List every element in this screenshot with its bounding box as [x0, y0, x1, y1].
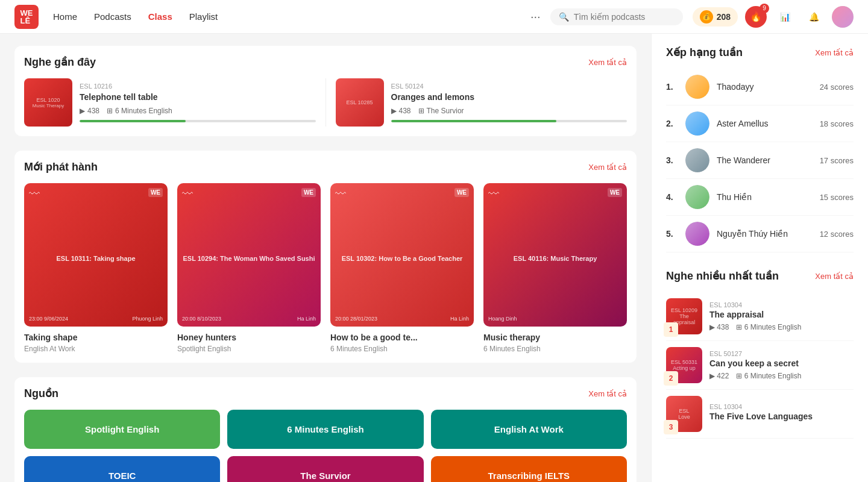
recent-items: ESL 1020 Music Therapy ESL 10216 Telepho…	[24, 78, 627, 127]
rank-item-5[interactable]: 5. Nguyễn Thúy Hiền 12 scores	[666, 216, 854, 252]
recent-info-1: ESL 10216 Telephone tell table ▶ 438 ⊞ 6…	[80, 83, 316, 122]
most-meta-2: ▶ 422 ⊞ 6 Minutes English	[709, 372, 854, 380]
most-listened-see-all[interactable]: Xem tất cả	[815, 272, 854, 281]
most-name-3: The Five Love Languages	[709, 412, 854, 421]
progress-bar-2	[391, 120, 627, 122]
nguon-section: Nguồn Xem tất cả Spotlight English 6 Min…	[14, 377, 637, 482]
coin-count: 208	[717, 12, 731, 22]
wave-icon-2: 〰	[182, 188, 193, 201]
recent-plays-2: ▶ 438	[391, 107, 411, 115]
most-label-3: ESL 10304	[709, 403, 854, 410]
nguon-card-spotlight[interactable]: Spotlight English	[24, 410, 220, 449]
most-num-3: 3	[664, 420, 678, 434]
recent-info-2: ESL 50124 Oranges and lemons ▶ 438 ⊞ The…	[391, 83, 627, 122]
card-date-2: 20:00 8/10/2023	[182, 316, 221, 322]
fire-badge: 9	[760, 4, 769, 13]
nguon-label-ielts: Transcribing IELTS	[488, 471, 570, 481]
recent-source-2: ⊞ The Survior	[418, 107, 464, 115]
fire-button[interactable]: 🔥 9	[745, 6, 767, 28]
card-author-3: Ha Linh	[450, 316, 469, 322]
most-item-2[interactable]: ESL 50331Acting up 2 ESL 50127 Can you k…	[666, 341, 854, 390]
rank-item-1[interactable]: 1. Thaodayy 24 scores	[666, 69, 854, 105]
nguon-label-english-at-work: English At Work	[494, 424, 564, 434]
search-input[interactable]	[574, 12, 675, 22]
new-card-3[interactable]: 〰 WE ESL 10302: How to Be a Good Teacher…	[330, 183, 474, 353]
rank-name-5: Nguyễn Thúy Hiền	[717, 229, 813, 239]
most-info-3: ESL 10304 The Five Love Languages	[709, 403, 854, 425]
nguon-card-ielts[interactable]: Transcribing IELTS	[431, 456, 627, 482]
card-bottom-3: 20:00 28/01/2023 Ha Linh	[335, 316, 469, 322]
new-card-2[interactable]: 〰 WE ESL 10294: The Woman Who Saved Sush…	[177, 183, 321, 353]
card-title-2: Honey hunters	[177, 333, 321, 342]
recent-header: Nghe gần đây Xem tất cả	[24, 55, 627, 69]
new-card-4[interactable]: 〰 WE ESL 40116: Music Therapy Hoang Dinh…	[483, 183, 627, 353]
nav-links: Home Podcasts Class Playlist	[53, 11, 218, 22]
recent-label-1: ESL 10216	[80, 83, 316, 90]
rank-list: 1. Thaodayy 24 scores 2. Aster Amellus 1…	[666, 69, 854, 252]
rank-name-4: Thu Hiền	[717, 192, 813, 202]
search-bar: 🔍	[550, 8, 683, 25]
divider	[326, 78, 326, 127]
recent-name-2: Oranges and lemons	[391, 92, 627, 102]
new-releases-see-all[interactable]: Xem tất cả	[588, 163, 627, 172]
most-name-2: Can you keep a secret	[709, 358, 854, 368]
nav-home[interactable]: Home	[53, 11, 77, 22]
most-source-2: ⊞ 6 Minutes English	[736, 372, 801, 380]
nguon-see-all[interactable]: Xem tất cả	[588, 389, 627, 398]
nguon-grid: Spotlight English 6 Minutes English Engl…	[24, 410, 627, 482]
rank-score-2: 18 scores	[820, 119, 854, 128]
progress-bar-1	[80, 120, 316, 122]
recent-see-all[interactable]: Xem tất cả	[588, 58, 627, 67]
recent-item-2[interactable]: ESL 10285 ESL 50124 Oranges and lemons ▶…	[336, 78, 627, 127]
nav-podcasts[interactable]: Podcasts	[94, 11, 131, 22]
nguon-label-survior: The Survior	[300, 471, 350, 481]
nav-playlist[interactable]: Playlist	[189, 11, 218, 22]
most-item-3[interactable]: ESLLove 3 ESL 10304 The Five Love Langua…	[666, 390, 854, 439]
nguon-title: Nguồn	[24, 387, 58, 400]
rank-item-3[interactable]: 3. The Wanderer 17 scores	[666, 142, 854, 179]
ranking-see-all[interactable]: Xem tất cả	[815, 48, 854, 57]
avatar[interactable]	[832, 6, 854, 28]
card-author-4: Hoang Dinh	[488, 316, 517, 322]
nav-class[interactable]: Class	[148, 11, 172, 22]
most-label-1: ESL 10304	[709, 301, 854, 308]
nguon-card-toeic[interactable]: TOEIC	[24, 456, 220, 482]
card-subtitle-1: English At Work	[24, 345, 168, 353]
rank-name-1: Thaodayy	[717, 82, 813, 92]
sidebar: Xếp hạng tuần Xem tất cả 1. Thaodayy 24 …	[651, 34, 868, 482]
most-item-1[interactable]: ESL 10209The appraisal 1 ESL 10304 The a…	[666, 292, 854, 341]
most-info-2: ESL 50127 Can you keep a secret ▶ 422 ⊞ …	[709, 350, 854, 380]
recent-item[interactable]: ESL 1020 Music Therapy ESL 10216 Telepho…	[24, 78, 316, 127]
most-listened-section: Nghe nhiều nhất tuần Xem tất cả ESL 1020…	[666, 269, 854, 439]
most-listened-header: Nghe nhiều nhất tuần Xem tất cả	[666, 269, 854, 283]
card-episode-text-4: ESL 40116: Music Therapy	[488, 255, 622, 262]
nguon-card-english-at-work[interactable]: English At Work	[431, 410, 627, 449]
rank-avatar-5	[685, 222, 709, 246]
nguon-card-survior[interactable]: The Survior	[227, 456, 423, 482]
nguon-card-6min[interactable]: 6 Minutes English	[227, 410, 423, 449]
rank-score-4: 15 scores	[820, 193, 854, 202]
recent-source-1: ⊞ 6 Minutes English	[107, 107, 172, 115]
rank-item-4[interactable]: 4. Thu Hiền 15 scores	[666, 179, 854, 216]
rank-name-2: Aster Amellus	[717, 119, 813, 128]
most-plays-1: ▶ 438	[709, 323, 729, 331]
chart-button[interactable]: 📊	[774, 6, 796, 28]
coin-icon: 💰	[700, 10, 713, 23]
nav-more-button[interactable]: ···	[530, 10, 541, 23]
recent-thumb-1: ESL 1020 Music Therapy	[24, 78, 72, 127]
recent-meta-2: ▶ 438 ⊞ The Survior	[391, 107, 627, 115]
rank-item-2[interactable]: 2. Aster Amellus 18 scores	[666, 105, 854, 142]
new-card-1[interactable]: 〰 WE ESL 10311: Taking shape 23:00 9/06/…	[24, 183, 168, 353]
most-info-1: ESL 10304 The appraisal ▶ 438 ⊞ 6 Minute…	[709, 301, 854, 331]
bell-button[interactable]: 🔔	[803, 6, 825, 28]
nguon-label-toeic: TOEIC	[108, 471, 136, 481]
logo[interactable]: WELÊ	[14, 5, 39, 29]
card-episode-text-3: ESL 10302: How to Be a Good Teacher	[335, 255, 469, 262]
coin-badge[interactable]: 💰 208	[693, 7, 738, 27]
card-title-4: Music therapy	[483, 333, 627, 342]
new-grid: 〰 WE ESL 10311: Taking shape 23:00 9/06/…	[24, 183, 627, 353]
progress-fill-2	[391, 120, 556, 122]
most-plays-2: ▶ 422	[709, 372, 729, 380]
rank-avatar-2	[685, 111, 709, 136]
rank-avatar-4	[685, 185, 709, 209]
